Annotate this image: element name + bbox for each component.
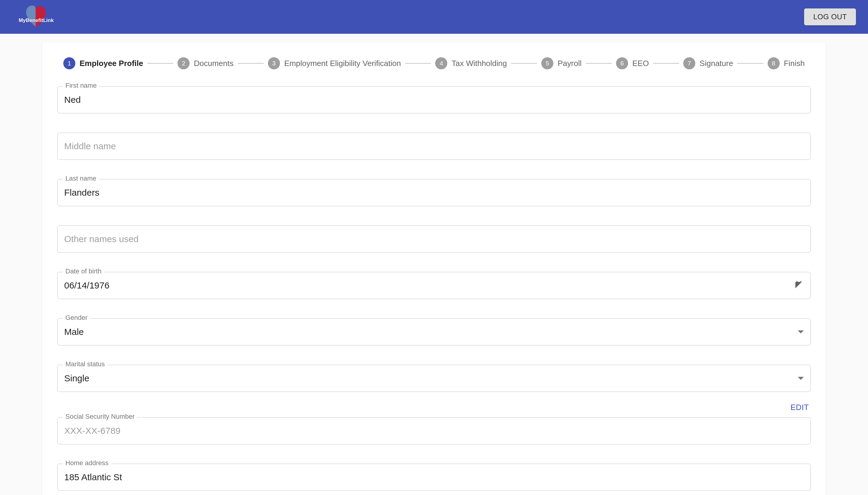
logo: MyBenefitLink	[18, 2, 54, 32]
step-connector	[405, 63, 431, 64]
step-tax[interactable]: 4 Tax Withholding	[435, 57, 507, 69]
home-address-field-wrapper: Home address	[57, 464, 811, 491]
logout-button[interactable]: LOG OUT	[804, 8, 856, 25]
home-address-label: Home address	[63, 460, 111, 466]
step-number: 4	[435, 57, 447, 69]
step-connector	[653, 63, 679, 64]
app-header: MyBenefitLink LOG OUT	[0, 0, 868, 34]
step-documents[interactable]: 2 Documents	[177, 57, 233, 69]
marital-status-label: Marital status	[63, 361, 107, 368]
step-number: 3	[268, 57, 280, 69]
home-address-input[interactable]	[64, 472, 804, 482]
home-address-field: Home address	[57, 464, 811, 491]
step-label: Payroll	[558, 59, 581, 68]
first-name-field-wrapper: First name	[57, 86, 811, 113]
step-payroll[interactable]: 5 Payroll	[541, 57, 581, 69]
middle-name-input[interactable]	[64, 141, 804, 151]
step-label: Documents	[194, 59, 233, 68]
dob-input[interactable]	[64, 280, 794, 291]
ssn-field: Social Security Number	[57, 417, 811, 444]
stepper: 1 Employee Profile 2 Documents 3 Employm…	[57, 57, 811, 69]
step-label: Finish	[784, 59, 805, 68]
ssn-field-wrapper: EDIT Social Security Number	[57, 417, 811, 444]
ssn-label: Social Security Number	[63, 413, 137, 420]
step-label: EEO	[632, 59, 649, 68]
dob-field-wrapper: Date of birth	[57, 272, 811, 299]
gender-select[interactable]: Male	[64, 327, 798, 337]
gender-field: Gender Male	[57, 318, 811, 345]
step-number: 2	[177, 57, 190, 69]
ssn-input[interactable]	[64, 426, 804, 436]
step-connector	[511, 63, 537, 64]
step-signature[interactable]: 7 Signature	[683, 57, 733, 69]
logo-text: MyBenefitLink	[19, 17, 54, 23]
middle-name-field	[57, 133, 811, 160]
calendar-icon[interactable]	[794, 281, 804, 290]
employee-profile-form: First name	[57, 86, 811, 491]
dob-label: Date of birth	[63, 268, 104, 275]
first-name-input[interactable]	[64, 95, 804, 105]
middle-name-field-wrapper	[57, 133, 811, 160]
marital-status-select[interactable]: Single	[64, 373, 798, 383]
step-number: 5	[541, 57, 553, 69]
step-label: Signature	[699, 59, 733, 68]
marital-status-field: Marital status Single	[57, 365, 811, 392]
step-label: Tax Withholding	[451, 59, 507, 68]
step-number: 1	[63, 57, 75, 69]
step-finish[interactable]: 8 Finish	[768, 57, 805, 69]
last-name-field-wrapper: Last name	[57, 179, 811, 206]
dob-field: Date of birth	[57, 272, 811, 299]
gender-label: Gender	[63, 314, 90, 321]
last-name-input[interactable]	[64, 188, 804, 198]
step-eligibility[interactable]: 3 Employment Eligibility Verification	[268, 57, 401, 69]
step-employee-profile[interactable]: 1 Employee Profile	[63, 57, 143, 69]
step-connector	[737, 63, 763, 64]
logo-heart-icon	[23, 3, 50, 31]
last-name-field: Last name	[57, 179, 811, 206]
other-names-field-wrapper	[57, 225, 811, 253]
step-connector	[147, 63, 173, 64]
step-eeo[interactable]: 6 EEO	[616, 57, 649, 69]
ssn-edit-link[interactable]: EDIT	[791, 403, 809, 412]
dropdown-arrow-icon[interactable]	[798, 330, 804, 334]
first-name-field: First name	[57, 86, 811, 113]
step-number: 6	[616, 57, 628, 69]
first-name-label: First name	[63, 82, 99, 89]
step-number: 7	[683, 57, 695, 69]
step-connector	[586, 63, 612, 64]
gender-field-wrapper: Gender Male	[57, 318, 811, 345]
last-name-label: Last name	[63, 175, 99, 182]
form-card: 1 Employee Profile 2 Documents 3 Employm…	[42, 42, 826, 495]
other-names-input[interactable]	[64, 234, 804, 244]
step-label: Employee Profile	[80, 59, 143, 68]
step-number: 8	[768, 57, 780, 69]
step-connector	[238, 63, 264, 64]
other-names-field	[57, 225, 811, 253]
main-content: 1 Employee Profile 2 Documents 3 Employm…	[0, 34, 868, 495]
marital-status-field-wrapper: Marital status Single	[57, 365, 811, 392]
dropdown-arrow-icon[interactable]	[798, 377, 804, 380]
step-label: Employment Eligibility Verification	[284, 59, 401, 68]
